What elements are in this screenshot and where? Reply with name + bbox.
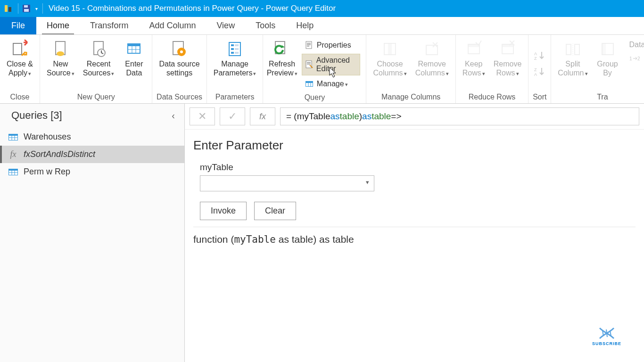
main: Queries [3] ‹ Warehouses fx fxSortAndIsD…	[0, 104, 644, 362]
group-by-button[interactable]: Group By	[594, 37, 622, 77]
recent-sources-button[interactable]: Recent Sources	[80, 37, 117, 77]
split-column-icon	[563, 40, 582, 58]
svg-rect-38	[388, 43, 392, 55]
tab-transform[interactable]: Transform	[80, 17, 139, 34]
data-type-button[interactable]: Data	[627, 39, 644, 51]
ribbon-group-new-query: New Source Recent Sources Enter Data New…	[40, 35, 152, 103]
ribbon-group-sort: AZ ZA Sort	[528, 35, 551, 103]
fx-button[interactable]: fx	[250, 107, 275, 125]
svg-rect-19	[231, 44, 234, 46]
keep-rows-icon	[464, 40, 483, 58]
query-item-fxsortandisdistinct[interactable]: fx fxSortAndIsDistinct	[0, 146, 184, 163]
remove-rows-button[interactable]: Remove Rows	[491, 37, 525, 77]
choose-columns-label: Choose Columns	[373, 59, 406, 77]
svg-point-7	[57, 51, 64, 56]
invoke-button[interactable]: Invoke	[200, 202, 247, 220]
separator	[18, 3, 18, 14]
fx-icon: fx	[259, 112, 266, 122]
svg-text:A: A	[534, 51, 537, 56]
x-icon: ✕	[198, 110, 206, 123]
commit-formula-button[interactable]: ✓	[220, 107, 245, 125]
queries-list: Warehouses fx fxSortAndIsDistinct Perm w…	[0, 125, 184, 183]
tab-view[interactable]: View	[206, 17, 245, 34]
svg-rect-24	[235, 52, 239, 54]
svg-text:Z: Z	[534, 67, 537, 72]
group-by-label: Group By	[597, 59, 618, 77]
remove-columns-button[interactable]: Remove Columns	[413, 37, 452, 77]
manage-parameters-button[interactable]: Manage Parameters	[211, 37, 259, 77]
parameter-dropdown[interactable]	[200, 175, 374, 191]
choose-columns-button[interactable]: Choose Columns	[370, 37, 409, 77]
tab-home[interactable]: Home	[36, 17, 80, 34]
refresh-preview-button[interactable]: Refresh Preview	[267, 37, 297, 77]
tab-help[interactable]: Help	[286, 17, 324, 34]
formula-input[interactable]: = (myTable as table) as table =>	[280, 107, 639, 125]
refresh-preview-label: Refresh Preview	[267, 59, 297, 77]
advanced-editor-button[interactable]: Advanced Editor	[302, 54, 361, 75]
titlebar: ▾ Video 15 - Combinations and Permutatio…	[0, 0, 644, 17]
manage-icon	[305, 79, 314, 89]
tab-tools[interactable]: Tools	[245, 17, 286, 34]
remove-rows-label: Remove Rows	[494, 59, 522, 77]
collapse-pane-icon[interactable]: ‹	[172, 110, 175, 121]
advanced-editor-label: Advanced Editor	[316, 56, 357, 73]
svg-rect-5	[13, 43, 22, 55]
ribbon-group-reduce-rows: Keep Rows Remove Rows Reduce Rows	[456, 35, 529, 103]
svg-rect-22	[235, 44, 239, 46]
svg-rect-43	[502, 44, 513, 47]
ribbon-group-query: Refresh Preview Properties Advanced Edit…	[263, 35, 366, 103]
close-apply-button[interactable]: Close & Apply	[4, 37, 36, 77]
svg-rect-27	[307, 43, 311, 44]
properties-button[interactable]: Properties	[302, 39, 361, 52]
svg-rect-20	[231, 48, 234, 50]
parameters-icon	[225, 40, 244, 58]
query-item-perm-w-rep[interactable]: Perm w Rep	[0, 163, 184, 181]
properties-icon	[305, 41, 314, 50]
new-source-icon	[51, 40, 70, 58]
manage-query-button[interactable]: Manage	[302, 77, 361, 90]
data-source-settings-button[interactable]: Data source settings	[156, 37, 202, 77]
svg-text:A: A	[534, 72, 537, 76]
new-source-button[interactable]: New Source	[44, 37, 77, 77]
query-item-warehouses[interactable]: Warehouses	[0, 128, 184, 146]
svg-rect-32	[307, 64, 311, 65]
svg-rect-39	[426, 45, 438, 55]
enter-parameter-heading: Enter Parameter	[193, 138, 636, 153]
parameter-label: myTable	[200, 162, 636, 173]
content-area: ✕ ✓ fx = (myTable as table) as table => …	[185, 104, 644, 362]
data-source-settings-label: Data source settings	[159, 59, 199, 77]
replace-values-icon[interactable]: 12	[627, 53, 644, 64]
group-by-icon	[598, 40, 617, 58]
tab-file[interactable]: File	[0, 17, 36, 34]
remove-columns-icon	[422, 40, 441, 58]
ribbon-group-manage-columns: Choose Columns Remove Columns Manage Col…	[366, 35, 455, 103]
clear-button[interactable]: Clear	[254, 202, 296, 220]
sort-desc-icon[interactable]: ZA	[534, 67, 545, 78]
qat-dropdown-icon[interactable]: ▾	[35, 6, 38, 11]
sort-asc-icon[interactable]: AZ	[534, 51, 545, 62]
group-label-new-query: New Query	[44, 92, 148, 102]
split-column-button[interactable]: Split Column	[555, 37, 590, 77]
tab-add-column[interactable]: Add Column	[139, 17, 206, 34]
svg-line-65	[606, 329, 607, 337]
svg-point-17	[180, 50, 183, 53]
table-icon	[8, 133, 18, 141]
group-label-parameters: Parameters	[211, 92, 259, 102]
function-icon: fx	[8, 151, 18, 158]
cancel-formula-button[interactable]: ✕	[190, 107, 215, 125]
svg-rect-23	[235, 48, 239, 50]
refresh-icon	[272, 40, 291, 58]
ribbon-group-parameters: Manage Parameters Parameters	[207, 35, 264, 103]
svg-text:Z: Z	[534, 56, 537, 60]
gear-icon	[170, 40, 189, 58]
recent-sources-label: Recent Sources	[83, 59, 115, 77]
svg-rect-4	[24, 9, 29, 12]
save-icon[interactable]	[21, 3, 32, 14]
keep-rows-button[interactable]: Keep Rows	[460, 37, 488, 77]
queries-pane: Queries [3] ‹ Warehouses fx fxSortAndIsD…	[0, 104, 185, 362]
keep-rows-label: Keep Rows	[462, 59, 485, 77]
ribbon: Close & Apply Close New Source Recent So…	[0, 35, 644, 104]
enter-data-icon	[124, 40, 143, 58]
enter-data-button[interactable]: Enter Data	[120, 37, 148, 77]
svg-rect-48	[566, 44, 571, 55]
